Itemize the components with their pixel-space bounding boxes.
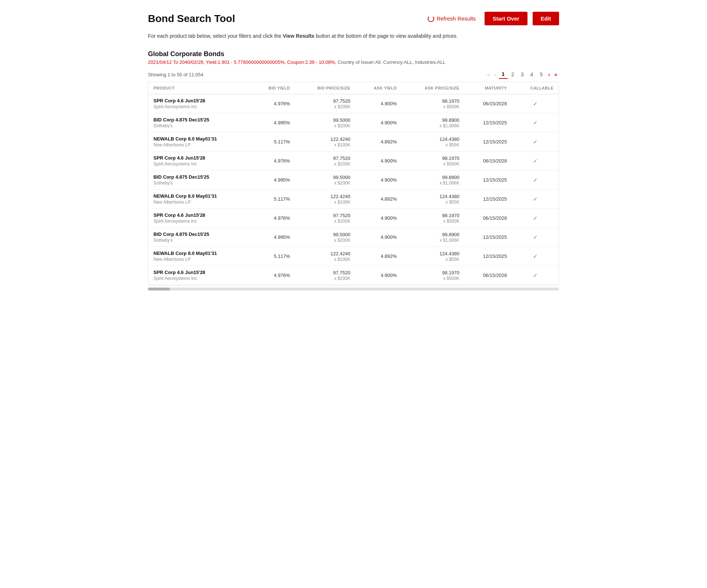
ask-size: x $500K <box>407 104 459 109</box>
table-body: SPR Corp 4.6 Jun15'28 Spirit Aerosystems… <box>148 94 559 285</box>
page-title: Bond Search Tool <box>148 13 235 25</box>
bond-name: BID Corp 4.875 Dec15'25 <box>153 231 246 237</box>
ask-size: x $500K <box>407 219 459 224</box>
ask-yield-cell: 4.900% <box>356 209 402 228</box>
bid-yield-value: 4.995% <box>256 234 290 240</box>
maturity-cell: 12/15/2025 <box>464 247 512 266</box>
maturity-value: 06/15/2028 <box>469 215 507 221</box>
bid-yield-value: 4.976% <box>256 215 290 221</box>
bid-price: 122.4240 <box>300 194 350 199</box>
callable-cell: ✓ <box>512 190 559 209</box>
bid-price-size-cell: 97.7520 x $200K <box>295 94 355 113</box>
pagination-first[interactable]: « <box>485 70 492 78</box>
horizontal-scrollbar[interactable] <box>148 288 559 291</box>
callable-cell: ✓ <box>512 209 559 228</box>
product-cell: NEWALB Corp 8.0 May01'31 New Albertsons … <box>148 247 251 266</box>
results-table-wrapper: PRODUCT BID YIELD BID PRICE/SIZE ASK YIE… <box>148 82 559 285</box>
callable-check-icon: ✓ <box>533 196 538 202</box>
maturity-cell: 06/15/2028 <box>464 94 512 113</box>
edit-button[interactable]: Edit <box>533 12 559 25</box>
col-bid-yield: BID YIELD <box>251 82 296 94</box>
product-cell: NEWALB Corp 8.0 May01'31 New Albertsons … <box>148 190 251 209</box>
page-3[interactable]: 3 <box>518 70 527 78</box>
maturity-value: 06/15/2028 <box>469 273 507 278</box>
table-row[interactable]: BID Corp 4.875 Dec15'25 Sotheby's 4.995%… <box>148 171 559 190</box>
callable-check-icon: ✓ <box>533 272 538 278</box>
issuer-name: Sotheby's <box>153 123 246 128</box>
product-cell: BID Corp 4.875 Dec15'25 Sotheby's <box>148 171 251 190</box>
callable-check-icon: ✓ <box>533 215 538 221</box>
results-count: Showing 1 to 50 of 11,054 <box>148 72 203 77</box>
table-row[interactable]: BID Corp 4.875 Dec15'25 Sotheby's 4.995%… <box>148 113 559 132</box>
start-over-button[interactable]: Start Over <box>485 12 527 25</box>
table-row[interactable]: NEWALB Corp 8.0 May01'31 New Albertsons … <box>148 132 559 151</box>
header-row: Bond Search Tool Refresh Results Start O… <box>148 12 559 25</box>
bid-yield-value: 5.117% <box>256 196 290 202</box>
ask-yield-cell: 4.900% <box>356 94 402 113</box>
issuer-name: Spirit Aerosystems Inc <box>153 161 246 167</box>
table-row[interactable]: SPR Corp 4.6 Jun15'28 Spirit Aerosystems… <box>148 151 559 171</box>
page-2[interactable]: 2 <box>508 70 517 78</box>
table-row[interactable]: NEWALB Corp 8.0 May01'31 New Albertsons … <box>148 247 559 266</box>
subtitle: For each product tab below, select your … <box>148 32 559 40</box>
ask-yield-value: 4.900% <box>361 120 397 125</box>
callable-cell: ✓ <box>512 228 559 247</box>
issuer-name: Sotheby's <box>153 238 246 243</box>
table-row[interactable]: BID Corp 4.875 Dec15'25 Sotheby's 4.995%… <box>148 228 559 247</box>
bid-yield-cell: 4.976% <box>251 94 296 113</box>
pagination-prev[interactable]: ‹ <box>493 70 498 78</box>
ask-yield-value: 4.892% <box>361 253 397 259</box>
maturity-value: 12/15/2025 <box>469 253 507 259</box>
product-cell: BID Corp 4.875 Dec15'25 Sotheby's <box>148 228 251 247</box>
ask-yield-cell: 4.900% <box>356 113 402 132</box>
table-header-row: PRODUCT BID YIELD BID PRICE/SIZE ASK YIE… <box>148 82 559 94</box>
table-row[interactable]: SPR Corp 4.6 Jun15'28 Spirit Aerosystems… <box>148 209 559 228</box>
bid-price-size-cell: 99.5000 x $200K <box>295 228 355 247</box>
col-maturity: MATURITY <box>464 82 512 94</box>
bid-size: x $100K <box>300 142 350 147</box>
bid-yield-value: 4.976% <box>256 273 290 278</box>
table-row[interactable]: SPR Corp 4.6 Jun15'28 Spirit Aerosystems… <box>148 266 559 285</box>
bid-size: x $200K <box>300 104 350 109</box>
ask-yield-cell: 4.892% <box>356 247 402 266</box>
scrollbar-thumb[interactable] <box>148 288 170 291</box>
callable-cell: ✓ <box>512 132 559 151</box>
bid-size: x $200K <box>300 180 350 186</box>
maturity-value: 06/15/2028 <box>469 158 507 164</box>
table-row[interactable]: NEWALB Corp 8.0 May01'31 New Albertsons … <box>148 190 559 209</box>
col-callable: CALLABLE <box>512 82 559 94</box>
issuer-name: New Albertsons LP <box>153 257 246 262</box>
bond-name: NEWALB Corp 8.0 May01'31 <box>153 251 246 256</box>
callable-check-icon: ✓ <box>533 120 538 126</box>
bid-yield-value: 4.976% <box>256 101 290 106</box>
ask-yield-value: 4.900% <box>361 177 397 183</box>
pagination-last[interactable]: » <box>552 70 559 78</box>
table-row[interactable]: SPR Corp 4.6 Jun15'28 Spirit Aerosystems… <box>148 94 559 113</box>
callable-cell: ✓ <box>512 247 559 266</box>
pagination-next[interactable]: › <box>547 70 552 78</box>
maturity-cell: 06/15/2028 <box>464 209 512 228</box>
subtitle-after: button at the bottom of the page to view… <box>314 33 458 39</box>
bid-price-size-cell: 97.7520 x $200K <box>295 266 355 285</box>
filter-summary-text1: 2021/04/12 To 2040/02/29, Yield:1.901 - … <box>148 59 336 65</box>
ask-price-size-cell: 98.1970 x $500K <box>402 209 464 228</box>
ask-price-size-cell: 124.4380 x $55K <box>402 190 464 209</box>
bid-size: x $200K <box>300 123 350 128</box>
ask-size: x $1,006K <box>407 180 459 186</box>
bid-yield-cell: 4.976% <box>251 209 296 228</box>
issuer-name: Sotheby's <box>153 180 246 186</box>
bid-yield-value: 4.976% <box>256 158 290 164</box>
ask-yield-value: 4.892% <box>361 196 397 202</box>
bid-yield-cell: 4.995% <box>251 171 296 190</box>
page-1[interactable]: 1 <box>499 70 508 79</box>
col-product: PRODUCT <box>148 82 251 94</box>
subtitle-before: For each product tab below, select your … <box>148 33 283 39</box>
page-4[interactable]: 4 <box>527 70 536 78</box>
bid-price: 97.7520 <box>300 213 350 218</box>
issuer-name: New Albertsons LP <box>153 200 246 205</box>
ask-price-size-cell: 98.1970 x $500K <box>402 151 464 171</box>
ask-price: 124.4380 <box>407 194 459 199</box>
refresh-button[interactable]: Refresh Results <box>424 12 479 25</box>
page-5[interactable]: 5 <box>537 70 546 78</box>
ask-price: 98.1970 <box>407 270 459 275</box>
